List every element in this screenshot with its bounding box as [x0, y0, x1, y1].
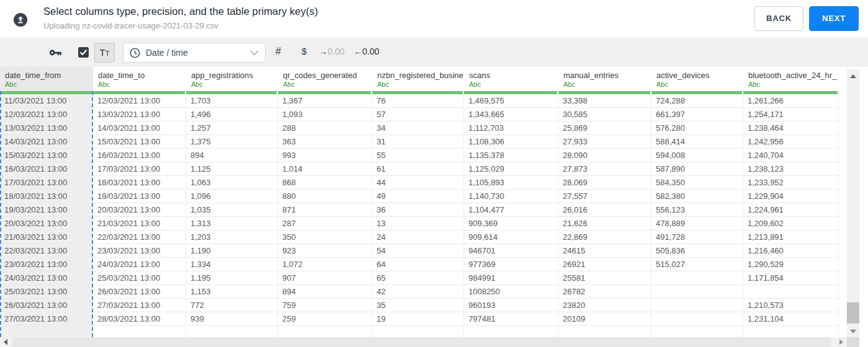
table-cell[interactable]: 36 — [372, 203, 464, 217]
table-cell[interactable]: 1,231,104 — [743, 312, 839, 326]
table-cell[interactable]: 24 — [372, 231, 464, 244]
table-cell[interactable]: 1,313 — [186, 217, 278, 231]
table-cell[interactable]: 1,171,854 — [743, 271, 839, 285]
table-cell[interactable]: 16/03/2021 13:00 — [0, 162, 93, 176]
table-cell[interactable]: 587,890 — [651, 162, 743, 176]
table-cell[interactable]: 21/03/2021 13:00 — [93, 217, 186, 231]
table-cell[interactable]: 33,398 — [558, 94, 651, 108]
table-cell[interactable] — [651, 299, 743, 312]
table-cell[interactable]: 20/03/2021 13:00 — [93, 203, 186, 217]
table-cell[interactable]: 17/03/2021 13:00 — [93, 162, 186, 176]
table-cell[interactable]: 871 — [278, 203, 372, 217]
decrease-decimal-button[interactable]: →0.00 — [319, 46, 344, 56]
table-cell[interactable]: 65 — [372, 271, 464, 285]
include-column-checkbox[interactable] — [78, 47, 89, 58]
table-cell[interactable]: 1,343,665 — [464, 108, 558, 121]
table-cell[interactable] — [372, 326, 464, 337]
table-cell[interactable]: 22,869 — [558, 231, 651, 244]
table-cell[interactable]: 22/03/2021 13:00 — [0, 244, 93, 258]
table-cell[interactable]: 24/03/2021 13:00 — [0, 271, 93, 285]
table-cell[interactable]: 26782 — [558, 285, 651, 299]
horizontal-scrollbar[interactable] — [0, 337, 847, 347]
table-cell[interactable] — [651, 285, 743, 299]
table-cell[interactable]: 21/03/2021 13:00 — [0, 231, 93, 244]
scroll-up-arrow-icon[interactable] — [850, 74, 856, 78]
table-cell[interactable]: 993 — [278, 149, 372, 162]
table-cell[interactable]: 1,703 — [186, 94, 278, 108]
table-cell[interactable]: 724,288 — [651, 94, 743, 108]
table-cell[interactable]: 16/03/2021 13:00 — [93, 149, 186, 162]
table-cell[interactable]: 1,290,529 — [743, 258, 839, 271]
table-cell[interactable] — [651, 312, 743, 326]
table-cell[interactable]: 287 — [278, 217, 372, 231]
table-cell[interactable]: 49 — [372, 190, 464, 203]
table-cell[interactable]: 1,125,029 — [464, 162, 558, 176]
table-cell[interactable]: 1,035 — [186, 203, 278, 217]
scroll-right-arrow-icon[interactable] — [839, 339, 843, 345]
table-cell[interactable]: 1,375 — [186, 135, 278, 149]
table-cell[interactable]: 907 — [278, 271, 372, 285]
table-cell[interactable] — [278, 326, 372, 337]
table-cell[interactable]: 894 — [278, 285, 372, 299]
table-cell[interactable]: 19 — [372, 312, 464, 326]
table-cell[interactable]: 27,557 — [558, 190, 651, 203]
table-cell[interactable]: 1,153 — [186, 285, 278, 299]
column-type-dropdown[interactable]: Date / time — [123, 43, 266, 63]
table-cell[interactable]: 1,261,266 — [743, 94, 839, 108]
table-cell[interactable]: 14/03/2021 13:00 — [0, 135, 93, 149]
table-cell[interactable]: 26,016 — [558, 203, 651, 217]
table-cell[interactable]: 1,210,573 — [743, 299, 839, 312]
table-cell[interactable]: 1,096 — [186, 190, 278, 203]
table-cell[interactable]: 76 — [372, 94, 464, 108]
column-header-app_registrations[interactable]: app_registrationsAbc — [186, 67, 278, 94]
table-cell[interactable]: 350 — [278, 231, 372, 244]
table-cell[interactable]: 759 — [278, 299, 372, 312]
table-cell[interactable]: 1,209,602 — [743, 217, 839, 231]
table-cell[interactable]: 13 — [372, 217, 464, 231]
column-header-date_time_from[interactable]: date_time_fromAbc — [0, 67, 93, 94]
table-cell[interactable]: 505,836 — [651, 244, 743, 258]
table-cell[interactable]: 23/03/2021 13:00 — [93, 244, 186, 258]
table-cell[interactable]: 556,123 — [651, 203, 743, 217]
table-cell[interactable]: 25/03/2021 13:00 — [0, 285, 93, 299]
table-cell[interactable]: 57 — [372, 108, 464, 121]
table-cell[interactable]: 42 — [372, 285, 464, 299]
text-type-button[interactable]: Tt — [94, 43, 115, 63]
table-cell[interactable]: 1,213,891 — [743, 231, 839, 244]
table-cell[interactable]: 25/03/2021 13:00 — [93, 271, 186, 285]
currency-type-button[interactable]: $ — [302, 46, 306, 56]
table-cell[interactable]: 20/03/2021 13:00 — [0, 217, 93, 231]
table-cell[interactable]: 21,626 — [558, 217, 651, 231]
table-cell[interactable]: 1,072 — [278, 258, 372, 271]
table-cell[interactable]: 939 — [186, 312, 278, 326]
table-cell[interactable]: 26921 — [558, 258, 651, 271]
table-cell[interactable]: 1,216,460 — [743, 244, 839, 258]
table-cell[interactable] — [464, 326, 558, 337]
table-cell[interactable]: 35 — [372, 299, 464, 312]
table-cell[interactable]: 19/03/2021 13:00 — [0, 203, 93, 217]
table-cell[interactable]: 34 — [372, 121, 464, 135]
table-cell[interactable]: 1,254,171 — [743, 108, 839, 121]
column-header-scans[interactable]: scansAbc — [464, 67, 558, 94]
back-button[interactable]: BACK — [754, 6, 803, 31]
table-cell[interactable]: 1,233,952 — [743, 176, 839, 190]
table-cell[interactable] — [743, 326, 839, 337]
table-cell[interactable]: 909,369 — [464, 217, 558, 231]
table-cell[interactable]: 18/03/2021 13:00 — [93, 176, 186, 190]
table-cell[interactable]: 1,469,575 — [464, 94, 558, 108]
table-cell[interactable]: 515,027 — [651, 258, 743, 271]
table-cell[interactable]: 12/03/2021 13:00 — [93, 94, 186, 108]
table-cell[interactable]: 1,190 — [186, 244, 278, 258]
table-cell[interactable]: 27/03/2021 13:00 — [93, 299, 186, 312]
table-cell[interactable]: 15/03/2021 13:00 — [0, 149, 93, 162]
horizontal-scrollbar-thumb[interactable] — [12, 337, 831, 347]
increase-decimal-button[interactable]: ←0.00 — [354, 46, 379, 56]
table-cell[interactable] — [93, 326, 186, 337]
table-cell[interactable]: 28,069 — [558, 176, 651, 190]
table-cell[interactable]: 30,585 — [558, 108, 651, 121]
table-cell[interactable]: 1,135,378 — [464, 149, 558, 162]
table-cell[interactable]: 288 — [278, 121, 372, 135]
table-cell[interactable]: 24/03/2021 13:00 — [93, 258, 186, 271]
table-cell[interactable]: 13/03/2021 13:00 — [0, 121, 93, 135]
table-cell[interactable]: 880 — [278, 190, 372, 203]
